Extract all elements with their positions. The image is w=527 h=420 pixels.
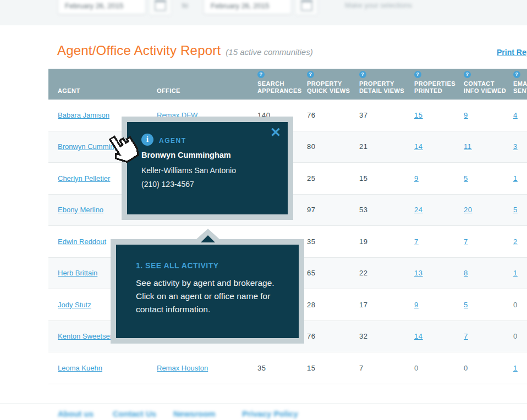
metric-value: 0	[513, 301, 518, 309]
tooltip-arrow	[201, 235, 215, 242]
metric-value: 97	[307, 206, 316, 214]
metric-link[interactable]: 24	[414, 206, 423, 214]
column-header: OFFICE	[152, 69, 253, 99]
help-icon[interactable]: ?	[414, 71, 421, 78]
metric-link[interactable]: 1	[513, 269, 518, 277]
tooltip-agent-label: AGENT	[159, 137, 186, 145]
tooltip-agent-name: Bronwyn Cummingham	[141, 151, 231, 159]
metric-value: 76	[307, 111, 316, 119]
active-communities-note: (15 active communities)	[226, 47, 312, 57]
column-header: ?EMAILSENT	[509, 69, 527, 99]
calendar-button-to[interactable]	[295, 0, 318, 15]
date-to-input[interactable]: February 26, 2015	[204, 0, 292, 14]
metric-link[interactable]: 3	[513, 142, 518, 151]
metric-value: 37	[359, 111, 368, 119]
metric-link[interactable]: 1	[513, 174, 518, 183]
metric-value: 7	[359, 364, 364, 372]
help-icon[interactable]: ?	[359, 71, 366, 78]
office-link[interactable]: Remax Houston	[157, 364, 208, 372]
selections-placeholder[interactable]: Make your selections	[345, 1, 412, 9]
metric-link[interactable]: 7	[414, 237, 419, 246]
footer-links: About usContact UsNewsroomPrivacy Policy	[0, 409, 527, 420]
metric-value: 80	[307, 142, 316, 151]
metric-link[interactable]: 8	[464, 269, 468, 277]
metric-link[interactable]: 9	[414, 174, 419, 183]
agent-link[interactable]: Jody Stutz	[58, 301, 91, 309]
metric-value: 76	[307, 332, 316, 340]
help-icon[interactable]: ?	[464, 71, 471, 78]
metric-link[interactable]: 13	[414, 269, 423, 277]
footer-link[interactable]: Contact Us	[113, 409, 156, 418]
metric-link[interactable]: 9	[414, 301, 419, 309]
info-icon: i	[141, 134, 153, 146]
column-header: ?PROPERTIESPRINTED	[410, 69, 459, 99]
metric-link[interactable]: 1	[513, 364, 518, 372]
metric-value: 28	[307, 301, 316, 309]
tooltip-agent-phone: (210) 123-4567	[141, 180, 194, 189]
agent-link[interactable]: Bronwyn Cummingham	[58, 142, 132, 151]
footer-link[interactable]: Privacy Policy	[242, 409, 298, 418]
help-icon[interactable]: ?	[307, 71, 314, 78]
metric-value: 22	[359, 269, 368, 277]
metric-value: 15	[359, 174, 368, 183]
metric-link[interactable]: 2	[513, 237, 518, 246]
metric-value: 32	[359, 332, 368, 340]
metric-link[interactable]: 14	[414, 142, 423, 151]
agent-link[interactable]: Babara Jamison	[58, 111, 109, 119]
agent-link[interactable]: Herb Brittain	[58, 269, 97, 277]
metric-value: 19	[359, 237, 368, 246]
metric-link[interactable]: 7	[464, 237, 468, 246]
metric-value: 0	[513, 332, 518, 340]
agent-link[interactable]: Cherlyn Pelletier	[58, 174, 110, 183]
metric-value: 65	[307, 269, 316, 277]
metric-link[interactable]: 5	[464, 301, 468, 309]
metric-value: 35	[257, 364, 266, 372]
help-icon[interactable]: ?	[513, 71, 520, 78]
agent-link[interactable]: Edwin Reddout	[58, 237, 106, 246]
metric-value: 21	[359, 142, 368, 151]
agent-link[interactable]: Ebony Merlino	[58, 206, 103, 214]
footer-divider	[0, 403, 527, 404]
metric-link[interactable]: 11	[464, 142, 472, 151]
date-from-input[interactable]: February 26, 2015	[58, 0, 146, 14]
top-toolbar-blurred-content: February 26, 2015 to February 26, 2015 M…	[0, 0, 527, 25]
calendar-button-from[interactable]	[149, 0, 172, 15]
metric-value: 15	[307, 364, 316, 372]
print-report-link[interactable]: Print Report	[497, 48, 527, 57]
metric-value: 53	[359, 206, 368, 214]
agent-contact-tooltip-panel: i AGENT ✕ Bronwyn Cummingham Keller-Will…	[127, 122, 288, 214]
metric-link[interactable]: 5	[513, 206, 518, 214]
agent-contact-tooltip: i AGENT ✕ Bronwyn Cummingham Keller-Will…	[122, 117, 293, 220]
metric-link[interactable]: 7	[464, 332, 468, 340]
top-toolbar: February 26, 2015 to February 26, 2015 M…	[0, 0, 527, 25]
column-header: ?CONTACTINFO VIEWED	[459, 69, 509, 99]
date-range-to-label: to	[182, 1, 188, 9]
tooltip-agent-office: Keller-Williams San Antonio	[141, 166, 236, 175]
tooltip-step-body: See activity by agent and brokerage. Cli…	[136, 277, 294, 316]
metric-link[interactable]: 20	[464, 206, 473, 214]
metric-link[interactable]: 5	[464, 174, 468, 183]
column-header: AGENT	[48, 69, 152, 99]
metric-link[interactable]: 15	[414, 111, 423, 119]
column-header: ?PROPERTYDETAIL VIEWS	[355, 69, 410, 99]
metric-link[interactable]: 4	[513, 111, 518, 119]
metric-value: 25	[307, 174, 316, 183]
table-row: Leoma KuehnRemax Houston35157001	[48, 352, 527, 384]
metric-value: 35	[307, 237, 316, 246]
page-title: Agent/Office Activity Report	[57, 43, 221, 58]
agent-link[interactable]: Leoma Kuehn	[58, 364, 102, 372]
report-heading: Agent/Office Activity Report (15 active …	[57, 43, 313, 58]
see-all-activity-panel: 1. SEE ALL ACTIVITY See activity by agen…	[116, 245, 299, 338]
column-header: ?PROPERTYQUICK VIEWS	[303, 69, 355, 99]
page: February 26, 2015 to February 26, 2015 M…	[0, 0, 527, 420]
close-icon[interactable]: ✕	[270, 125, 281, 140]
help-icon[interactable]: ?	[257, 71, 265, 78]
footer-link[interactable]: Newsroom	[173, 409, 216, 418]
column-header: ?SEARCHAPPERANCES	[253, 69, 303, 99]
metric-link[interactable]: 14	[414, 332, 423, 340]
metric-link[interactable]: 9	[464, 111, 468, 119]
agent-link[interactable]: Kenton Sweetser	[58, 332, 112, 340]
footer-link[interactable]: About us	[58, 409, 94, 418]
calendar-icon	[155, 0, 166, 11]
see-all-activity-tooltip: 1. SEE ALL ACTIVITY See activity by agen…	[111, 239, 304, 344]
